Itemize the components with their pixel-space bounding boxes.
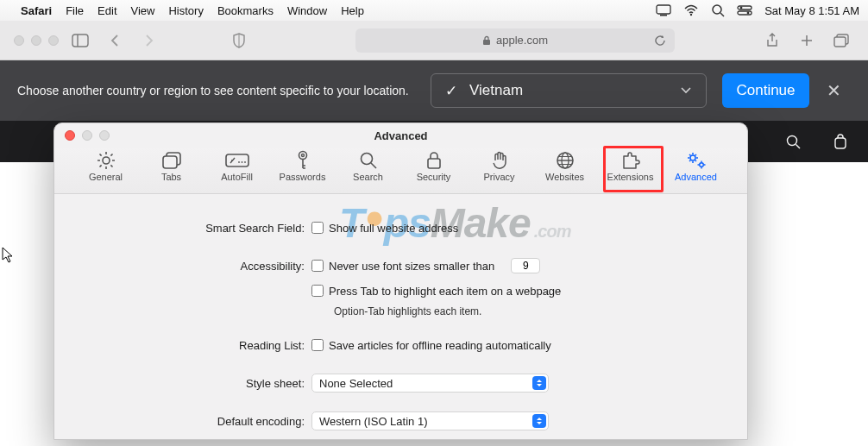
svg-rect-16 bbox=[834, 37, 846, 47]
tab-search[interactable]: Search bbox=[344, 149, 393, 182]
svg-line-26 bbox=[110, 165, 112, 166]
encoding-select[interactable]: Western (ISO Latin 1) bbox=[311, 411, 549, 430]
check-icon: ✓ bbox=[445, 82, 457, 100]
tab-overview-icon[interactable] bbox=[828, 29, 854, 52]
stylesheet-select[interactable]: None Selected bbox=[311, 374, 549, 393]
min-font-size-input[interactable] bbox=[511, 258, 540, 273]
region-select[interactable]: ✓ Vietnam bbox=[431, 73, 707, 108]
menubar-window[interactable]: Window bbox=[287, 4, 327, 17]
tab-general[interactable]: General bbox=[82, 149, 130, 182]
svg-line-41 bbox=[371, 163, 376, 168]
svg-point-8 bbox=[747, 12, 750, 15]
tab-websites[interactable]: Websites bbox=[541, 149, 589, 182]
gear-icon bbox=[96, 149, 116, 172]
svg-point-36 bbox=[301, 154, 304, 157]
svg-rect-30 bbox=[163, 156, 177, 168]
menubar-help[interactable]: Help bbox=[341, 4, 364, 17]
spotlight-icon[interactable] bbox=[711, 3, 725, 17]
menubar-clock[interactable]: Sat May 8 1:51 AM bbox=[764, 4, 859, 17]
address-text: apple.com bbox=[496, 34, 548, 47]
tab-highlight-box bbox=[603, 146, 664, 192]
svg-point-3 bbox=[713, 5, 721, 14]
safari-toolbar: apple.com bbox=[0, 21, 868, 60]
reload-icon[interactable] bbox=[654, 35, 666, 47]
menubar-app[interactable]: Safari bbox=[21, 4, 52, 17]
svg-rect-42 bbox=[428, 159, 440, 168]
privacy-report-icon[interactable] bbox=[226, 29, 252, 52]
svg-line-56 bbox=[695, 154, 695, 155]
tab-security[interactable]: Security bbox=[410, 149, 458, 182]
svg-rect-19 bbox=[835, 138, 846, 148]
svg-point-48 bbox=[690, 155, 695, 160]
continue-button[interactable]: Continue bbox=[722, 73, 809, 108]
svg-point-57 bbox=[699, 163, 703, 167]
menubar-history[interactable]: History bbox=[168, 4, 203, 17]
search-icon bbox=[359, 149, 378, 172]
svg-rect-31 bbox=[226, 154, 248, 166]
label-style-sheet: Style sheet: bbox=[54, 377, 311, 390]
macos-menubar: Safari File Edit View History Bookmarks … bbox=[0, 0, 868, 21]
banner-message: Choose another country or region to see … bbox=[17, 84, 431, 97]
press-tab-checkbox[interactable] bbox=[311, 285, 324, 297]
menubar-edit[interactable]: Edit bbox=[97, 4, 116, 17]
label-reading-list: Reading List: bbox=[54, 339, 311, 352]
svg-rect-0 bbox=[657, 5, 670, 14]
label-smart-search: Smart Search Field: bbox=[54, 222, 311, 235]
key-icon bbox=[294, 149, 311, 172]
tab-autofill[interactable]: AutoFill bbox=[213, 149, 261, 182]
svg-line-4 bbox=[720, 13, 724, 16]
svg-line-18 bbox=[796, 144, 801, 148]
address-bar[interactable]: apple.com bbox=[355, 28, 675, 53]
tab-tabs[interactable]: Tabs bbox=[148, 149, 196, 182]
svg-line-54 bbox=[695, 160, 695, 161]
svg-rect-7 bbox=[738, 11, 752, 15]
svg-rect-1 bbox=[660, 15, 667, 16]
control-center-icon[interactable] bbox=[737, 5, 752, 16]
tab-passwords[interactable]: Passwords bbox=[279, 149, 327, 182]
prefs-tabs: General Tabs AutoFill Passwords Search S… bbox=[54, 148, 747, 194]
wifi-icon[interactable] bbox=[683, 4, 699, 16]
svg-rect-12 bbox=[483, 40, 490, 45]
padlock-icon bbox=[426, 149, 442, 172]
min-font-size-checkbox[interactable] bbox=[311, 260, 324, 272]
menubar-bookmarks[interactable]: Bookmarks bbox=[217, 4, 274, 17]
safari-preferences-window: Advanced General Tabs AutoFill Passwords… bbox=[53, 122, 748, 440]
save-offline-label: Save articles for offline reading automa… bbox=[329, 339, 551, 352]
back-button[interactable] bbox=[102, 29, 128, 52]
option-tab-hint: Option-Tab highlights each item. bbox=[334, 305, 747, 317]
select-arrows-icon bbox=[532, 414, 546, 428]
tabs-icon bbox=[161, 149, 182, 172]
lock-icon bbox=[482, 35, 491, 46]
press-tab-label: Press Tab to highlight each item on a we… bbox=[329, 285, 561, 298]
forward-button[interactable] bbox=[136, 29, 162, 52]
menubar-file[interactable]: File bbox=[66, 4, 84, 17]
globe-icon bbox=[556, 149, 575, 172]
svg-line-55 bbox=[689, 160, 690, 161]
cursor-icon bbox=[2, 247, 16, 264]
save-offline-checkbox[interactable] bbox=[311, 339, 324, 351]
gears-icon bbox=[685, 149, 708, 172]
hand-icon bbox=[491, 149, 508, 172]
svg-point-20 bbox=[103, 157, 110, 164]
svg-point-34 bbox=[244, 161, 246, 163]
new-tab-icon[interactable] bbox=[794, 29, 820, 52]
svg-point-40 bbox=[361, 154, 372, 165]
tab-advanced[interactable]: Advanced bbox=[672, 149, 720, 182]
show-full-address-label: Show full website address bbox=[329, 222, 458, 235]
banner-close-icon[interactable]: ✕ bbox=[816, 80, 851, 101]
svg-line-28 bbox=[110, 154, 112, 156]
label-accessibility: Accessibility: bbox=[54, 260, 311, 273]
select-arrows-icon bbox=[532, 376, 546, 390]
shopping-bag-icon[interactable] bbox=[833, 134, 847, 149]
menubar-view[interactable]: View bbox=[131, 4, 155, 17]
share-icon[interactable] bbox=[759, 29, 785, 52]
window-traffic-lights[interactable] bbox=[14, 35, 59, 46]
label-default-encoding: Default encoding: bbox=[54, 415, 311, 428]
svg-point-6 bbox=[740, 7, 743, 9]
screen-mirroring-icon[interactable] bbox=[656, 4, 671, 16]
tab-privacy[interactable]: Privacy bbox=[475, 149, 524, 182]
svg-line-25 bbox=[99, 154, 101, 156]
sidebar-toggle-icon[interactable] bbox=[67, 29, 93, 52]
show-full-address-checkbox[interactable] bbox=[311, 222, 324, 234]
site-search-icon[interactable] bbox=[786, 135, 801, 149]
